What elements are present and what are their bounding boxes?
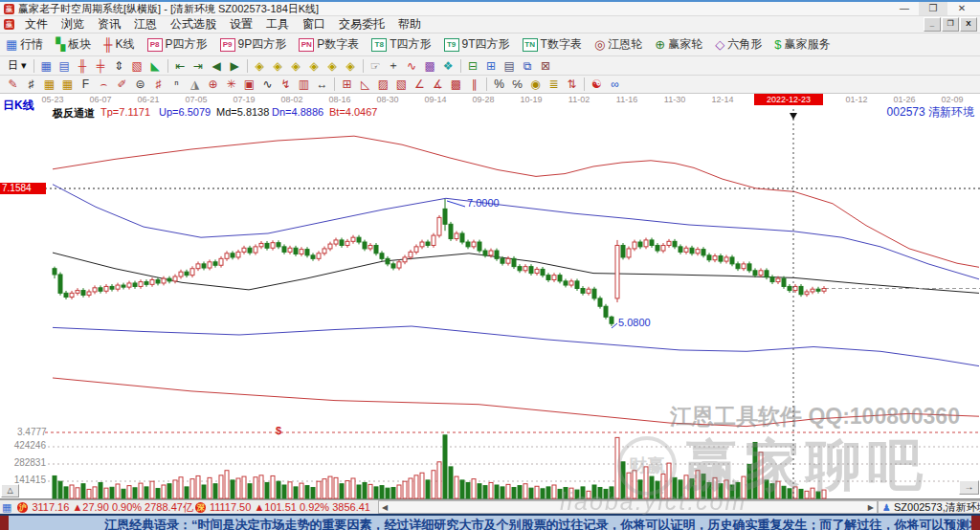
chart-canvas[interactable] — [0, 94, 980, 499]
box-grid-button[interactable]: ⊞ — [338, 77, 356, 92]
flash-marker-button[interactable]: ↯ — [277, 77, 295, 92]
p-number-table-button[interactable]: PNP数字表 — [299, 36, 359, 53]
data-transfer-button[interactable]: ⊠ — [537, 58, 555, 74]
fan-lines-button[interactable]: ◺ — [356, 77, 374, 92]
kline-small-button[interactable]: ╫ — [74, 58, 92, 74]
gann-grid-gold-2-button[interactable]: ▦ — [58, 77, 77, 92]
angle-ruler-button[interactable]: ◮ — [186, 77, 204, 92]
t9-square-button[interactable]: T99T四方形 — [444, 36, 510, 53]
square-select-button[interactable]: ▣ — [240, 77, 258, 92]
quote-grid-icon[interactable]: ▦ — [2, 501, 11, 514]
next-bar-button[interactable]: ▶ — [226, 58, 244, 74]
menu-item-文件[interactable]: 文件 — [25, 16, 48, 33]
winner-service-button[interactable]: $赢家服务 — [774, 36, 830, 53]
prev-bar-button[interactable]: ◀ — [208, 58, 226, 74]
hatch-box-button[interactable]: ▨ — [374, 77, 392, 92]
grid-ruler-button[interactable]: ♯ — [149, 77, 167, 92]
t-number-table-button[interactable]: TNT数字表 — [523, 36, 582, 53]
first-bar-button[interactable]: ⇤ — [171, 58, 189, 74]
menu-item-帮助[interactable]: 帮助 — [398, 16, 421, 33]
collapse-pane-button[interactable]: △ — [1, 484, 19, 497]
last-bar-button[interactable]: ⇥ — [189, 58, 208, 74]
gann-grid-gold-button[interactable]: ▦ — [40, 77, 58, 92]
infinity-loop-button[interactable]: ∞ — [606, 77, 624, 92]
gann-wheel-button[interactable]: ◎江恩轮 — [594, 36, 642, 53]
hatch-box-2-button[interactable]: ▧ — [392, 77, 411, 92]
sine-tool-button[interactable]: ∿ — [258, 77, 277, 92]
hexagon-button[interactable]: ◇六角形 — [715, 36, 762, 53]
draw-pen-button[interactable]: ✎ — [4, 77, 22, 92]
scroll-left-icon[interactable]: ◀ — [379, 503, 390, 512]
quote-view-button[interactable]: ▦行情 — [6, 36, 43, 53]
menu-item-设置[interactable]: 设置 — [230, 16, 253, 33]
menu-item-江恩[interactable]: 江恩 — [134, 16, 157, 33]
info-panel-button[interactable]: ▤ — [56, 58, 74, 74]
diamond-tool-4-button[interactable]: ◈ — [305, 58, 323, 74]
percent-box-button[interactable]: ℅ — [508, 77, 526, 92]
title-bar: 赢 赢家老子时空周期系统[纵横版] - [清新环境 SZ002573-184日K… — [0, 2, 980, 16]
power-tool-button[interactable]: ⁿ — [167, 77, 186, 92]
p-square-button[interactable]: P8P四方形 — [147, 36, 208, 53]
monitor-button[interactable]: ⧉ — [519, 58, 537, 74]
menu-item-资讯[interactable]: 资讯 — [98, 16, 121, 33]
parallel-lines-button[interactable]: ∥ — [465, 77, 483, 92]
scroll-right-button[interactable]: → — [959, 480, 979, 495]
wave-tool-button[interactable]: ∿ — [403, 58, 421, 74]
menu-item-工具[interactable]: 工具 — [266, 16, 289, 33]
hand-tool-button[interactable]: ☞ — [367, 58, 385, 74]
winner-wheel-button[interactable]: ⊕赢家轮 — [655, 36, 702, 53]
mdi-close-button[interactable]: X — [960, 17, 977, 32]
multi-window-button[interactable]: ▦ — [37, 58, 56, 74]
taiji-yin-yang-button[interactable]: ☯ — [588, 77, 606, 92]
mdi-minimize-button[interactable]: _ — [924, 17, 941, 32]
angle-arc-button[interactable]: ∡ — [429, 77, 447, 92]
chart-area[interactable]: 日K线 05-2306-0706-2107-0507-1908-0208-160… — [0, 94, 980, 499]
sector-view-button[interactable]: ▚板块 — [56, 36, 91, 53]
calculator-button[interactable]: ⊞ — [482, 58, 501, 74]
overlay-chart-button[interactable]: ▧ — [128, 58, 146, 74]
diamond-tool-3-button[interactable]: ◈ — [287, 58, 305, 74]
calendar-button[interactable]: ⊟ — [464, 58, 482, 74]
gann-ruler-button[interactable]: ♯ — [22, 77, 40, 92]
column-grid-button[interactable]: ▥ — [295, 77, 313, 92]
p9-square-button[interactable]: P99P四方形 — [220, 36, 287, 53]
angle-line-button[interactable]: ∠ — [411, 77, 429, 92]
measure-width-button[interactable]: ↔ — [313, 77, 331, 92]
diamond-tool-5-button[interactable]: ◈ — [323, 58, 342, 74]
close-button[interactable]: ✕ — [947, 2, 976, 15]
updown-tool-button[interactable]: ⇅ — [563, 77, 581, 92]
scroll-right-icon[interactable]: ▶ — [865, 503, 877, 512]
diamond-tool-1-button[interactable]: ◈ — [251, 58, 269, 74]
gann-fan-center-button[interactable]: ⊕ — [204, 77, 222, 92]
cycle-tool-button[interactable]: ⊜ — [131, 77, 149, 92]
menu-item-公式选股[interactable]: 公式选股 — [170, 16, 216, 33]
percent-tool-button[interactable]: % — [490, 77, 508, 92]
kline-view-label: K线 — [116, 36, 135, 53]
dense-grid-button[interactable]: ▩ — [447, 77, 465, 92]
maximize-button[interactable]: ❐ — [919, 2, 947, 15]
color-flag-button[interactable]: ◣ — [146, 58, 165, 74]
minimize-button[interactable]: — — [890, 2, 919, 15]
diamond-tool-2-button[interactable]: ◈ — [269, 58, 287, 74]
t-square-button[interactable]: T8T四方形 — [371, 36, 431, 53]
menu-item-交易委托[interactable]: 交易委托 — [339, 16, 385, 33]
menu-item-浏览[interactable]: 浏览 — [61, 16, 84, 33]
marker-pen-button[interactable]: ✐ — [113, 77, 131, 92]
horizontal-scrollbar[interactable]: ◀ ▶ — [378, 500, 878, 514]
gold-circle-button[interactable]: ◉ — [526, 77, 545, 92]
gold-lines-button[interactable]: ≣ — [545, 77, 563, 92]
mdi-restore-button[interactable]: ❐ — [942, 17, 959, 32]
scale-toggle-button[interactable]: ⇕ — [110, 58, 128, 74]
menu-item-窗口[interactable]: 窗口 — [302, 16, 325, 33]
star-burst-button[interactable]: ✳ — [222, 77, 240, 92]
crosshair-tool-button[interactable]: ＋ — [385, 58, 403, 74]
f-tool-button[interactable]: F — [77, 77, 95, 92]
save-layout-button[interactable]: ▤ — [501, 58, 519, 74]
palette-tool-button[interactable]: ❖ — [439, 58, 457, 74]
period-selector-button[interactable]: 日 ▾ — [4, 58, 31, 74]
kline-view-button[interactable]: ╫K线 — [103, 36, 134, 53]
diamond-tool-6-button[interactable]: ◈ — [342, 58, 360, 74]
kline-large-button[interactable]: ╪ — [92, 58, 110, 74]
filter-tool-button[interactable]: ▩ — [421, 58, 439, 74]
arc-tool-button[interactable]: ⌢ — [95, 77, 113, 92]
